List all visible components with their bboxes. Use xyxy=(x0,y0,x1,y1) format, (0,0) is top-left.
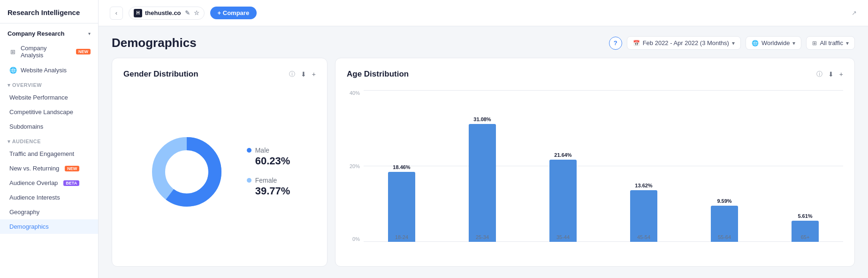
bar-group-55-64: 9.59% 55-64 xyxy=(686,90,762,242)
bar-x-label-3: 45-54 xyxy=(637,234,650,240)
bar-label-top-3: 13.62% xyxy=(635,183,652,188)
y-label-40: 40% xyxy=(347,90,360,96)
competitive-landscape-label: Competitive Landscape xyxy=(9,108,73,116)
sidebar-item-traffic[interactable]: Traffic and Engagement xyxy=(0,147,98,161)
bar-fill-2 xyxy=(549,160,577,242)
header-controls: ? 📅 Feb 2022 - Apr 2022 (3 Months) ▾ 🌐 W… xyxy=(609,36,855,50)
region-dropdown[interactable]: 🌐 Worldwide ▾ xyxy=(746,36,801,50)
sidebar-item-competitive-landscape[interactable]: Competitive Landscape xyxy=(0,105,98,119)
bar-label-top-4: 9.59% xyxy=(717,198,731,204)
traffic-label: All traffic xyxy=(820,39,843,46)
app-title: Research Intelligence xyxy=(0,0,98,23)
expand-icon[interactable]: ↗ xyxy=(852,9,857,16)
gender-chart-header: Gender Distribution ⓘ ⬇ + xyxy=(123,70,316,79)
bar-label-top-5: 5.61% xyxy=(798,213,812,219)
new-vs-returning-label: New vs. Returning xyxy=(9,165,59,172)
bar-x-label-4: 55-64 xyxy=(718,234,731,240)
audience-label: ▾ Audience xyxy=(8,139,41,144)
bar-fill-1 xyxy=(469,124,496,242)
date-range-label: Feb 2022 - Apr 2022 (3 Months) xyxy=(643,39,729,46)
gender-chart-title: Gender Distribution xyxy=(123,70,285,79)
chevron-down-icon: ▾ xyxy=(88,31,91,36)
sidebar-item-audience-interests[interactable]: Audience Interests xyxy=(0,190,98,205)
sidebar-item-demographics[interactable]: Demographics xyxy=(0,219,98,234)
sidebar-item-company-analysis[interactable]: ⊞ Company Analysis NEW xyxy=(0,41,98,62)
age-chart-header: Age Distribution ⓘ ⬇ + xyxy=(347,70,843,79)
topbar: ‹ H thehustle.co ✎ ☆ + Compare ↗ xyxy=(99,0,868,26)
bar-x-label-5: 65+ xyxy=(801,234,810,240)
audience-sub-header: ▾ Audience xyxy=(0,134,98,147)
bar-label-top-2: 21.64% xyxy=(554,152,571,158)
gender-download-icon[interactable]: ⬇ xyxy=(301,70,306,78)
age-info-icon[interactable]: ⓘ xyxy=(816,70,822,78)
bar-label-top-1: 31.08% xyxy=(473,116,491,122)
sidebar-item-new-vs-returning[interactable]: New vs. Returning NEW xyxy=(0,161,98,176)
edit-icon[interactable]: ✎ xyxy=(185,9,190,16)
charts-row: Gender Distribution ⓘ ⬇ + xyxy=(99,58,868,278)
site-name: thehustle.co xyxy=(145,9,181,16)
gender-chart-card: Gender Distribution ⓘ ⬇ + xyxy=(112,58,327,267)
site-pill[interactable]: H thehustle.co ✎ ☆ xyxy=(129,7,205,20)
y-label-20: 20% xyxy=(347,163,360,169)
female-value: 39.77% xyxy=(247,185,290,197)
traffic-label: Traffic and Engagement xyxy=(9,150,74,157)
company-analysis-label: Company Analysis xyxy=(21,45,70,59)
svg-point-2 xyxy=(166,151,207,193)
overview-sub-header: ▾ Overview xyxy=(0,77,98,90)
sidebar-item-website-analysis[interactable]: 🌐 Website Analysis xyxy=(0,62,98,77)
page-header: Demographics ? 📅 Feb 2022 - Apr 2022 (3 … xyxy=(99,26,868,58)
star-icon[interactable]: ☆ xyxy=(194,9,199,16)
bar-fill-0 xyxy=(388,172,415,242)
male-dot xyxy=(247,148,251,153)
overview-label: ▾ Overview xyxy=(8,82,42,88)
demographics-label: Demographics xyxy=(9,223,49,230)
bar-group-65+: 5.61% 65+ xyxy=(767,90,843,242)
female-dot xyxy=(247,178,251,183)
beta-badge: BETA xyxy=(63,180,79,186)
chevron-down-icon-traffic: ▾ xyxy=(846,40,849,46)
main-content: ‹ H thehustle.co ✎ ☆ + Compare ↗ Demogra… xyxy=(99,0,868,278)
gender-donut-chart xyxy=(149,134,224,209)
website-performance-label: Website Performance xyxy=(9,94,68,101)
date-range-dropdown[interactable]: 📅 Feb 2022 - Apr 2022 (3 Months) ▾ xyxy=(627,36,741,50)
bar-group-45-54: 13.62% 45-54 xyxy=(606,90,682,242)
age-bar-chart: 0% 20% 40% 18.46% 18-24 xyxy=(347,88,843,255)
chevron-down-icon-date: ▾ xyxy=(732,40,735,46)
gender-info-icon[interactable]: ⓘ xyxy=(289,70,295,78)
bar-x-label-2: 35-44 xyxy=(556,234,570,240)
legend-item-male: Male 60.23% xyxy=(247,147,290,167)
bar-x-label-0: 18-24 xyxy=(395,234,408,240)
back-button[interactable]: ‹ xyxy=(110,7,123,20)
audience-interests-label: Audience Interests xyxy=(9,194,60,201)
sidebar-item-geography[interactable]: Geography xyxy=(0,205,98,219)
age-add-icon[interactable]: + xyxy=(839,70,843,78)
gender-donut-area: Male 60.23% Female 39.77% xyxy=(123,88,316,255)
help-button[interactable]: ? xyxy=(609,37,622,50)
compare-button[interactable]: + Compare xyxy=(210,7,257,19)
male-value: 60.23% xyxy=(247,155,290,167)
legend-item-female: Female 39.77% xyxy=(247,177,290,197)
region-label: Worldwide xyxy=(761,39,790,46)
sidebar-item-audience-overlap[interactable]: Audience Overlap BETA xyxy=(0,176,98,190)
sidebar-item-subdomains[interactable]: Subdomains xyxy=(0,119,98,134)
new-badge: NEW xyxy=(76,49,91,54)
y-label-0: 0% xyxy=(347,236,360,242)
bar-x-label-1: 25-34 xyxy=(476,234,489,240)
gender-legend: Male 60.23% Female 39.77% xyxy=(247,147,290,197)
calendar-icon: 📅 xyxy=(633,40,640,46)
globe-icon-2: 🌐 xyxy=(752,40,759,46)
company-research-section[interactable]: Company Research ▾ xyxy=(0,23,98,41)
sidebar-item-website-performance[interactable]: Website Performance xyxy=(0,90,98,105)
globe-icon: 🌐 xyxy=(9,66,17,74)
traffic-icon: ⊞ xyxy=(812,40,817,46)
gender-add-icon[interactable]: + xyxy=(312,70,316,78)
bar-group-35-44: 21.64% 35-44 xyxy=(525,90,601,242)
company-research-label: Company Research xyxy=(8,30,64,37)
sidebar: Research Intelligence Company Research ▾… xyxy=(0,0,99,278)
chevron-down-icon-region: ▾ xyxy=(792,40,795,46)
female-label: Female xyxy=(255,177,277,184)
age-download-icon[interactable]: ⬇ xyxy=(828,70,834,78)
traffic-dropdown[interactable]: ⊞ All traffic ▾ xyxy=(806,36,855,50)
grid-icon: ⊞ xyxy=(9,48,17,55)
bar-group-25-34: 31.08% 25-34 xyxy=(444,90,520,242)
